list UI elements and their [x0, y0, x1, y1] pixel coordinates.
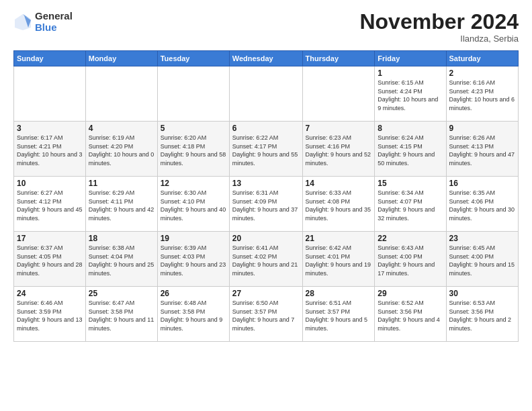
day-number: 21 — [306, 234, 372, 243]
calendar-cell: 14Sunrise: 6:33 AM Sunset: 4:08 PM Dayli… — [302, 177, 375, 232]
day-info: Sunrise: 6:29 AM Sunset: 4:11 PM Dayligh… — [89, 189, 154, 222]
calendar-cell: 16Sunrise: 6:35 AM Sunset: 4:06 PM Dayli… — [446, 177, 518, 232]
day-info: Sunrise: 6:20 AM Sunset: 4:18 PM Dayligh… — [161, 134, 226, 167]
day-number: 27 — [232, 289, 300, 298]
weekday-header-thursday: Thursday — [302, 51, 375, 66]
day-info: Sunrise: 6:33 AM Sunset: 4:08 PM Dayligh… — [306, 189, 372, 222]
day-number: 28 — [306, 289, 372, 298]
day-info: Sunrise: 6:41 AM Sunset: 4:02 PM Dayligh… — [232, 244, 300, 277]
day-number: 22 — [378, 234, 443, 243]
title-block: November 2024 Ilandza, Serbia — [359, 11, 519, 44]
day-info: Sunrise: 6:17 AM Sunset: 4:21 PM Dayligh… — [17, 134, 83, 167]
logo-general-text: General — [35, 11, 73, 22]
page: General Blue November 2024 Ilandza, Serb… — [0, 0, 532, 411]
calendar-cell: 13Sunrise: 6:31 AM Sunset: 4:09 PM Dayli… — [229, 177, 302, 232]
logo: General Blue — [13, 11, 73, 33]
day-info: Sunrise: 6:51 AM Sunset: 3:57 PM Dayligh… — [306, 299, 372, 332]
day-info: Sunrise: 6:39 AM Sunset: 4:03 PM Dayligh… — [161, 244, 226, 277]
day-number: 8 — [378, 124, 443, 133]
day-number: 16 — [449, 179, 515, 188]
location-subtitle: Ilandza, Serbia — [359, 34, 519, 44]
day-info: Sunrise: 6:43 AM Sunset: 4:00 PM Dayligh… — [378, 244, 443, 277]
calendar-cell: 26Sunrise: 6:48 AM Sunset: 3:58 PM Dayli… — [157, 287, 229, 342]
calendar-cell — [85, 66, 157, 122]
day-info: Sunrise: 6:15 AM Sunset: 4:24 PM Dayligh… — [378, 79, 443, 112]
calendar-cell: 23Sunrise: 6:45 AM Sunset: 4:00 PM Dayli… — [446, 232, 518, 287]
day-info: Sunrise: 6:30 AM Sunset: 4:10 PM Dayligh… — [161, 189, 226, 222]
day-number: 3 — [17, 124, 83, 133]
day-number: 24 — [17, 289, 83, 298]
calendar-cell: 22Sunrise: 6:43 AM Sunset: 4:00 PM Dayli… — [375, 232, 446, 287]
day-info: Sunrise: 6:24 AM Sunset: 4:15 PM Dayligh… — [378, 134, 443, 167]
calendar-cell: 19Sunrise: 6:39 AM Sunset: 4:03 PM Dayli… — [157, 232, 229, 287]
calendar-cell: 28Sunrise: 6:51 AM Sunset: 3:57 PM Dayli… — [302, 287, 375, 342]
day-number: 10 — [17, 179, 83, 188]
logo-blue-text: Blue — [35, 22, 73, 34]
day-number: 30 — [449, 289, 515, 298]
day-info: Sunrise: 6:16 AM Sunset: 4:23 PM Dayligh… — [449, 79, 515, 112]
weekday-header-tuesday: Tuesday — [157, 51, 229, 66]
day-info: Sunrise: 6:23 AM Sunset: 4:16 PM Dayligh… — [306, 134, 372, 167]
day-info: Sunrise: 6:31 AM Sunset: 4:09 PM Dayligh… — [232, 189, 300, 222]
calendar-week-4: 17Sunrise: 6:37 AM Sunset: 4:05 PM Dayli… — [14, 232, 519, 287]
calendar-cell: 21Sunrise: 6:42 AM Sunset: 4:01 PM Dayli… — [302, 232, 375, 287]
calendar-cell: 5Sunrise: 6:20 AM Sunset: 4:18 PM Daylig… — [157, 122, 229, 177]
day-info: Sunrise: 6:50 AM Sunset: 3:57 PM Dayligh… — [232, 299, 300, 332]
day-info: Sunrise: 6:38 AM Sunset: 4:04 PM Dayligh… — [89, 244, 154, 277]
calendar-body: 1Sunrise: 6:15 AM Sunset: 4:24 PM Daylig… — [14, 66, 519, 342]
calendar-cell: 12Sunrise: 6:30 AM Sunset: 4:10 PM Dayli… — [157, 177, 229, 232]
calendar-cell — [157, 66, 229, 122]
calendar-week-3: 10Sunrise: 6:27 AM Sunset: 4:12 PM Dayli… — [14, 177, 519, 232]
day-info: Sunrise: 6:37 AM Sunset: 4:05 PM Dayligh… — [17, 244, 83, 277]
calendar-cell: 17Sunrise: 6:37 AM Sunset: 4:05 PM Dayli… — [14, 232, 86, 287]
calendar-cell: 29Sunrise: 6:52 AM Sunset: 3:56 PM Dayli… — [375, 287, 446, 342]
calendar-cell: 9Sunrise: 6:26 AM Sunset: 4:13 PM Daylig… — [446, 122, 518, 177]
calendar-cell — [302, 66, 375, 122]
day-info: Sunrise: 6:53 AM Sunset: 3:56 PM Dayligh… — [449, 299, 515, 332]
calendar-cell: 10Sunrise: 6:27 AM Sunset: 4:12 PM Dayli… — [14, 177, 86, 232]
calendar-cell: 20Sunrise: 6:41 AM Sunset: 4:02 PM Dayli… — [229, 232, 302, 287]
day-info: Sunrise: 6:22 AM Sunset: 4:17 PM Dayligh… — [232, 134, 300, 167]
day-number: 1 — [378, 68, 443, 78]
calendar-week-5: 24Sunrise: 6:46 AM Sunset: 3:59 PM Dayli… — [14, 287, 519, 342]
weekday-header-sunday: Sunday — [14, 51, 86, 66]
day-number: 20 — [232, 234, 300, 243]
day-info: Sunrise: 6:19 AM Sunset: 4:20 PM Dayligh… — [89, 134, 154, 167]
calendar-cell: 1Sunrise: 6:15 AM Sunset: 4:24 PM Daylig… — [375, 66, 446, 122]
logo-text: General Blue — [35, 11, 73, 33]
calendar-table: SundayMondayTuesdayWednesdayThursdayFrid… — [13, 50, 519, 342]
day-number: 11 — [89, 179, 154, 188]
day-number: 23 — [449, 234, 515, 243]
day-number: 26 — [161, 289, 226, 298]
calendar-cell: 25Sunrise: 6:47 AM Sunset: 3:58 PM Dayli… — [85, 287, 157, 342]
day-info: Sunrise: 6:45 AM Sunset: 4:00 PM Dayligh… — [449, 244, 515, 277]
day-number: 15 — [378, 179, 443, 188]
day-number: 19 — [161, 234, 226, 243]
logo-icon — [13, 13, 32, 32]
weekday-header-saturday: Saturday — [446, 51, 518, 66]
day-info: Sunrise: 6:26 AM Sunset: 4:13 PM Dayligh… — [449, 134, 515, 167]
day-number: 12 — [161, 179, 226, 188]
day-number: 2 — [449, 68, 515, 78]
day-number: 9 — [449, 124, 515, 133]
calendar-week-1: 1Sunrise: 6:15 AM Sunset: 4:24 PM Daylig… — [14, 66, 519, 122]
calendar-cell — [229, 66, 302, 122]
calendar-cell: 30Sunrise: 6:53 AM Sunset: 3:56 PM Dayli… — [446, 287, 518, 342]
day-number: 17 — [17, 234, 83, 243]
calendar-cell: 11Sunrise: 6:29 AM Sunset: 4:11 PM Dayli… — [85, 177, 157, 232]
weekday-header-friday: Friday — [375, 51, 446, 66]
calendar-cell: 27Sunrise: 6:50 AM Sunset: 3:57 PM Dayli… — [229, 287, 302, 342]
day-info: Sunrise: 6:47 AM Sunset: 3:58 PM Dayligh… — [89, 299, 154, 332]
calendar-header: SundayMondayTuesdayWednesdayThursdayFrid… — [14, 51, 519, 66]
month-title: November 2024 — [359, 11, 519, 32]
calendar-cell: 6Sunrise: 6:22 AM Sunset: 4:17 PM Daylig… — [229, 122, 302, 177]
day-number: 25 — [89, 289, 154, 298]
day-info: Sunrise: 6:34 AM Sunset: 4:07 PM Dayligh… — [378, 189, 443, 222]
calendar-cell: 8Sunrise: 6:24 AM Sunset: 4:15 PM Daylig… — [375, 122, 446, 177]
weekday-header-wednesday: Wednesday — [229, 51, 302, 66]
day-info: Sunrise: 6:27 AM Sunset: 4:12 PM Dayligh… — [17, 189, 83, 222]
header: General Blue November 2024 Ilandza, Serb… — [13, 11, 519, 44]
calendar-week-2: 3Sunrise: 6:17 AM Sunset: 4:21 PM Daylig… — [14, 122, 519, 177]
calendar-cell: 3Sunrise: 6:17 AM Sunset: 4:21 PM Daylig… — [14, 122, 86, 177]
calendar-cell: 15Sunrise: 6:34 AM Sunset: 4:07 PM Dayli… — [375, 177, 446, 232]
